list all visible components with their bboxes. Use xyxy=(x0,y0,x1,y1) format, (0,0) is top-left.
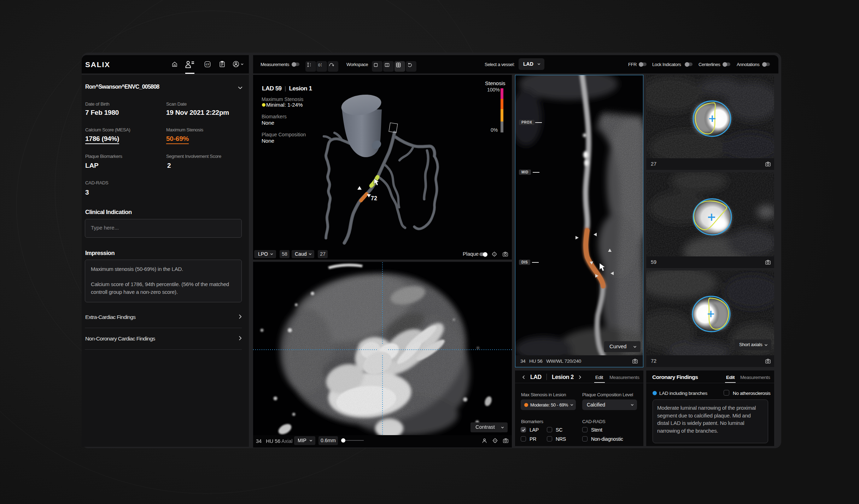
svg-text:CT: CT xyxy=(206,63,209,66)
svg-text:0: 0 xyxy=(318,63,320,67)
svg-text:72: 72 xyxy=(371,195,377,201)
